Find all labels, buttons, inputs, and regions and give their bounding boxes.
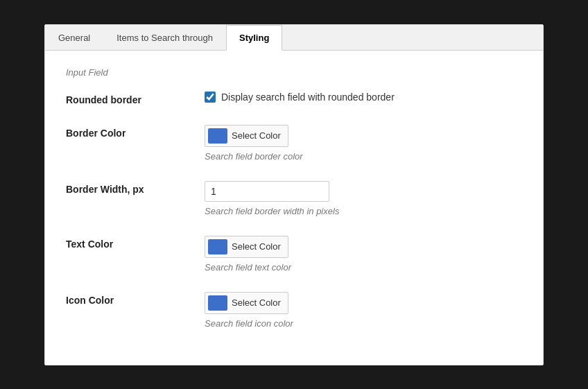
border-width-input[interactable] <box>205 181 329 202</box>
rounded-border-checkbox[interactable] <box>205 92 216 103</box>
text-color-button[interactable]: Select Color <box>205 236 288 258</box>
tab-content: Input Field Rounded border Display searc… <box>45 51 543 365</box>
border-color-button[interactable]: Select Color <box>205 125 288 147</box>
icon-color-label: Icon Color <box>66 292 205 306</box>
text-color-swatch <box>208 239 227 254</box>
border-color-hint: Search field border color <box>205 151 522 162</box>
border-width-control: Search field border width in pixels <box>205 181 522 216</box>
section-input-field: Input Field <box>66 67 522 78</box>
icon-color-row: Icon Color Select Color Search field ico… <box>66 292 522 329</box>
border-width-row: Border Width, px Search field border wid… <box>66 181 522 216</box>
rounded-border-control: Display search field with rounded border <box>205 92 522 103</box>
tab-styling[interactable]: Styling <box>226 25 282 51</box>
icon-color-button[interactable]: Select Color <box>205 292 288 314</box>
border-width-hint: Search field border width in pixels <box>205 206 522 216</box>
settings-panel: General Items to Search through Styling … <box>44 24 544 365</box>
icon-color-button-label: Select Color <box>232 297 281 308</box>
text-color-button-label: Select Color <box>232 241 281 252</box>
tab-bar: General Items to Search through Styling <box>45 25 543 51</box>
tab-items-to-search[interactable]: Items to Search through <box>103 25 226 51</box>
border-width-label: Border Width, px <box>66 181 205 195</box>
text-color-label: Text Color <box>66 236 205 250</box>
rounded-border-checkbox-text: Display search field with rounded border <box>221 92 395 103</box>
text-color-hint: Search field text color <box>205 262 522 273</box>
rounded-border-label: Rounded border <box>66 92 205 105</box>
border-color-button-label: Select Color <box>232 130 281 141</box>
icon-color-control: Select Color Search field icon color <box>205 292 522 329</box>
icon-color-swatch <box>208 295 227 311</box>
icon-color-hint: Search field icon color <box>205 318 522 329</box>
rounded-border-checkbox-label[interactable]: Display search field with rounded border <box>205 92 522 103</box>
text-color-control: Select Color Search field text color <box>205 236 522 273</box>
rounded-border-row: Rounded border Display search field with… <box>66 92 522 105</box>
border-color-label: Border Color <box>66 125 205 139</box>
border-color-swatch <box>208 128 227 144</box>
tab-general[interactable]: General <box>45 25 103 51</box>
border-color-control: Select Color Search field border color <box>205 125 522 162</box>
text-color-row: Text Color Select Color Search field tex… <box>66 236 522 273</box>
border-color-row: Border Color Select Color Search field b… <box>66 125 522 162</box>
